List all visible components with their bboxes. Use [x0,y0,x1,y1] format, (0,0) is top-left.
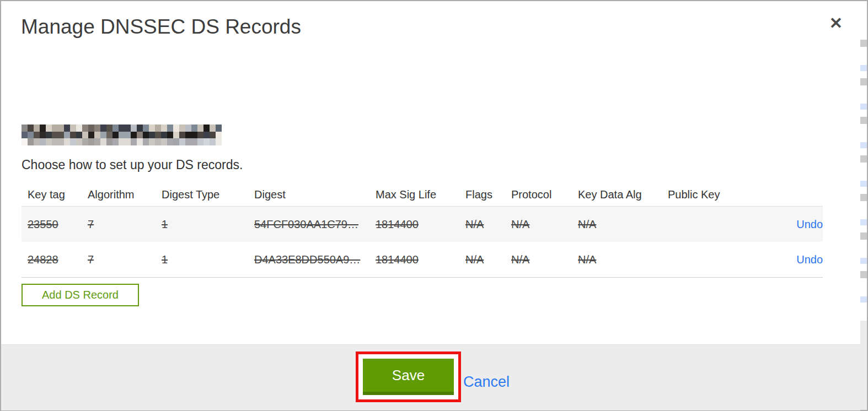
redacted-domain-name [22,125,222,145]
redaction-pixel [149,138,155,145]
undo-link[interactable]: Undo [796,253,823,266]
redaction-pixel [185,138,191,145]
redaction-pixel [64,138,70,145]
table-cell: 54FCF030AA1C79… [254,207,376,242]
redaction-pixel [131,132,137,139]
redaction-pixel [210,132,216,139]
redaction-pixel [143,125,149,132]
redaction-pixel [203,138,210,145]
ds-records-table: Key tagAlgorithmDigest TypeDigestMax Sig… [22,183,823,278]
redaction-pixel [149,125,155,132]
redaction-pixel [185,132,191,139]
table-cell: D4A33E8DD550A9… [254,242,376,278]
redaction-pixel [58,132,64,139]
redaction-pixel [137,125,143,132]
redaction-pixel [143,138,149,145]
redaction-pixel [161,125,167,132]
redaction-pixel [106,132,112,139]
column-header: Key Data Alg [578,183,668,207]
redaction-pixel [137,138,143,145]
page-title: Manage DNSSEC DS Records [21,15,301,39]
redaction-pixel [197,132,203,139]
redaction-pixel [28,132,34,139]
redaction-pixel [155,138,161,145]
redaction-pixel [125,125,131,132]
column-header: Key tag [22,183,88,207]
redaction-pixel [131,138,137,145]
redaction-pixel [46,125,52,132]
redaction-pixel [82,138,88,145]
subtitle-text: Choose how to set up your DS records. [22,158,243,172]
redaction-pixel [119,138,125,145]
redaction-pixel [76,138,82,145]
redaction-pixel [34,132,40,139]
redaction-pixel [149,132,155,139]
redaction-pixel [100,138,106,145]
redaction-pixel [106,138,112,145]
redaction-pixel [167,125,173,132]
redaction-pixel [137,132,143,139]
redaction-pixel [46,132,52,139]
redaction-pixel [94,132,100,139]
redaction-pixel [161,132,167,139]
redaction-pixel [112,138,119,145]
redaction-pixel [34,138,40,145]
redaction-pixel [82,125,88,132]
column-header: Algorithm [88,183,162,207]
redaction-pixel [125,132,131,139]
table-cell: 7 [88,207,162,242]
table-cell [668,207,745,242]
redaction-pixel [40,138,46,145]
redaction-pixel [52,132,58,139]
redaction-pixel [119,125,125,132]
redaction-pixel [94,138,100,145]
table-cell: 23550 [22,207,88,242]
table-cell: N/A [465,242,511,278]
redaction-pixel [179,138,185,145]
redaction-pixel [179,132,185,139]
table-cell: N/A [465,207,511,242]
redaction-pixel [40,125,46,132]
redaction-pixel [203,125,210,132]
redaction-pixel [82,132,88,139]
background-page-text-fragments [860,40,867,304]
redaction-pixel [131,125,137,132]
redaction-pixel [22,125,28,132]
table-cell: N/A [511,207,578,242]
undo-link[interactable]: Undo [796,218,823,230]
redaction-pixel [119,132,125,139]
table-cell: N/A [578,242,668,278]
redaction-pixel [161,138,167,145]
redaction-pixel [100,125,106,132]
redaction-pixel [88,125,94,132]
table-cell: N/A [511,242,578,278]
table-cell: 1 [162,242,254,278]
dnssec-modal: Manage DNSSEC DS Records ✕ Choose how to… [1,1,861,410]
redaction-pixel [88,132,94,139]
redaction-pixel [191,125,197,132]
table-cell: 7 [88,242,162,278]
table-cell: 1 [162,207,254,242]
redaction-pixel [70,138,76,145]
redaction-pixel [64,125,70,132]
background-page-sliver [860,1,867,410]
modal-footer: Save Cancel [1,344,860,410]
table-header-row: Key tagAlgorithmDigest TypeDigestMax Sig… [22,183,823,207]
redaction-pixel [216,125,222,132]
table-row: 2482871D4A33E8DD550A9…1814400N/AN/AN/AUn… [22,242,823,278]
add-ds-record-button[interactable]: Add DS Record [22,284,139,306]
redaction-pixel [197,125,203,132]
cancel-link[interactable]: Cancel [463,374,510,391]
column-header: Public Key [668,183,745,207]
redaction-pixel [155,125,161,132]
column-header: Digest Type [162,183,254,207]
save-button[interactable]: Save [363,359,454,395]
redaction-pixel [112,132,119,139]
redaction-pixel [155,132,161,139]
redaction-pixel [70,132,76,139]
redaction-pixel [197,138,203,145]
redaction-pixel [88,138,94,145]
close-icon[interactable]: ✕ [824,11,848,35]
redaction-pixel [167,138,173,145]
redaction-pixel [22,138,28,145]
